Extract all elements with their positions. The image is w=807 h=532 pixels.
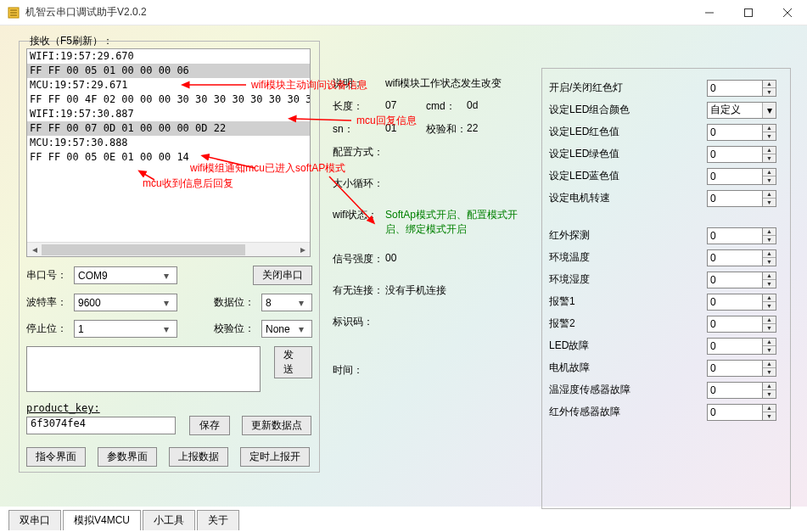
spin-up-icon[interactable]: ▲ [763,316,776,325]
command-view-button[interactable]: 指令界面 [26,447,86,467]
spin-down-icon[interactable]: ▼ [763,324,776,332]
datapoint-value[interactable]: 0 [707,80,763,97]
spin-down-icon[interactable]: ▼ [763,236,776,244]
datapoint-value[interactable]: 0 [707,227,763,244]
send-textarea[interactable] [26,346,261,392]
wifi-status-value: SoftAp模式开启、配置模式开启、绑定模式开启 [385,208,530,237]
report-data-button[interactable]: 上报数据 [169,447,228,467]
spin-down-icon[interactable]: ▼ [763,88,776,96]
datapoint-value[interactable]: 0 [707,168,763,185]
datapoint-select[interactable]: 自定义▾ [707,102,776,119]
scroll-thumb[interactable] [42,244,245,255]
spin-down-icon[interactable]: ▼ [763,302,776,310]
datapoint-value[interactable]: 0 [707,404,763,421]
spinner[interactable]: ▲▼ [763,338,776,355]
receive-row[interactable]: WIFI:19:57:29.670 [27,49,310,64]
spin-up-icon[interactable]: ▲ [763,272,776,281]
datapoint-value[interactable]: 0 [707,316,763,333]
param-view-button[interactable]: 参数界面 [98,447,157,467]
spin-up-icon[interactable]: ▲ [763,228,776,237]
tab-1[interactable]: 模拟V4MCU [63,510,141,530]
receive-row[interactable]: FF FF 00 05 0E 01 00 00 14 [27,150,310,165]
spinner[interactable]: ▲▼ [763,404,776,421]
tab-0[interactable]: 双串口 [8,510,61,530]
spinner[interactable]: ▲▼ [763,249,776,266]
maximize-button[interactable] [729,0,768,25]
databits-select[interactable]: 8▾ [261,294,312,311]
parity-select[interactable]: None▾ [261,320,312,338]
datapoint-value[interactable]: 0 [707,294,763,311]
datapoint-label: 环境温度 [549,250,707,265]
spin-down-icon[interactable]: ▼ [763,154,776,162]
datapoint-label: 设定LED组合颜色 [549,103,707,117]
spin-up-icon[interactable]: ▲ [763,191,776,199]
receive-row[interactable]: WIFI:19:57:30.887 [27,107,310,121]
spin-up-icon[interactable]: ▲ [763,250,776,259]
scroll-right-arrow[interactable]: ▸ [295,243,310,257]
spinner[interactable]: ▲▼ [763,316,776,333]
spinner[interactable]: ▲▼ [763,190,776,207]
spin-down-icon[interactable]: ▼ [763,346,776,354]
spinner[interactable]: ▲▼ [763,382,776,399]
spinner[interactable]: ▲▼ [763,227,776,244]
receive-row[interactable]: FF FF 00 4F 02 00 00 00 30 30 30 30 30 3… [27,92,310,107]
spin-down-icon[interactable]: ▼ [763,132,776,140]
receive-row[interactable]: MCU:19:57:29.671 [27,78,310,92]
spin-up-icon[interactable]: ▲ [763,405,776,413]
horizontal-scrollbar[interactable]: ◂ ▸ [27,242,310,256]
send-button[interactable]: 发送 [274,346,312,378]
spin-down-icon[interactable]: ▼ [763,176,776,184]
scroll-left-arrow[interactable]: ◂ [27,243,42,257]
spin-up-icon[interactable]: ▲ [763,339,776,347]
spin-down-icon[interactable]: ▼ [763,199,776,206]
port-select[interactable]: COM9▾ [74,266,177,284]
conn-label: 有无连接： [333,283,385,298]
spinner[interactable]: ▲▼ [763,124,776,141]
spin-down-icon[interactable]: ▼ [763,368,776,376]
desc-label: 说明： [333,76,385,91]
spin-up-icon[interactable]: ▲ [763,294,776,303]
spin-up-icon[interactable]: ▲ [763,361,776,369]
stopbits-select[interactable]: 1▾ [74,320,177,338]
spinner[interactable]: ▲▼ [763,360,776,377]
spin-up-icon[interactable]: ▲ [763,383,776,391]
tab-2[interactable]: 小工具 [143,510,195,530]
spinner[interactable]: ▲▼ [763,272,776,288]
spin-up-icon[interactable]: ▲ [763,81,776,89]
close-port-button[interactable]: 关闭串口 [253,266,312,285]
datapoint-value[interactable]: 0 [707,190,763,207]
receive-row[interactable]: MCU:19:57:30.888 [27,136,310,150]
tab-3[interactable]: 关于 [197,510,239,530]
datapoint-value[interactable]: 0 [707,360,763,377]
save-button[interactable]: 保存 [189,416,230,435]
receive-row[interactable]: FF FF 00 07 0D 01 00 00 00 0D 22 [27,121,310,136]
spinner[interactable]: ▲▼ [763,146,776,163]
timed-report-button[interactable]: 定时上报开 [240,447,310,467]
spin-down-icon[interactable]: ▼ [763,280,776,288]
spinner[interactable]: ▲▼ [763,80,776,97]
receive-row[interactable]: FF FF 00 05 01 00 00 00 06 [27,64,310,78]
datapoint-value[interactable]: 0 [707,338,763,355]
baud-select[interactable]: 9600▾ [74,294,177,311]
spin-down-icon[interactable]: ▼ [763,412,776,420]
tab-bar: 双串口模拟V4MCU小工具关于 [0,507,807,532]
update-datapoints-button[interactable]: 更新数据点 [242,416,311,435]
spin-down-icon[interactable]: ▼ [763,258,776,266]
datapoint-value[interactable]: 0 [707,272,763,288]
spin-up-icon[interactable]: ▲ [763,169,776,177]
spin-up-icon[interactable]: ▲ [763,147,776,155]
product-key-input[interactable]: 6f3074fe4 [26,417,176,434]
datapoint-value[interactable]: 0 [707,249,763,266]
spin-down-icon[interactable]: ▼ [763,390,776,398]
chevron-down-icon: ▾ [160,323,173,335]
spin-up-icon[interactable]: ▲ [763,125,776,133]
signal-label: 信号强度： [333,252,385,266]
datapoint-value[interactable]: 0 [707,124,763,141]
spinner[interactable]: ▲▼ [763,294,776,311]
close-button[interactable] [768,0,807,25]
spinner[interactable]: ▲▼ [763,168,776,185]
minimize-button[interactable] [690,0,729,25]
datapoint-value[interactable]: 0 [707,382,763,399]
datapoint-value[interactable]: 0 [707,146,763,163]
receive-list[interactable]: WIFI:19:57:29.670FF FF 00 05 01 00 00 00… [26,48,311,257]
